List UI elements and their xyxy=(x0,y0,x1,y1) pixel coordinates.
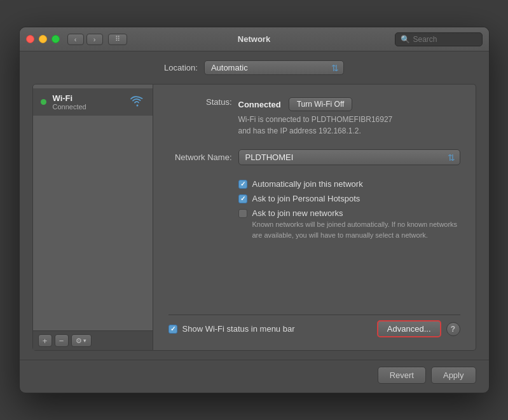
status-description: Wi-Fi is connected to PLDTHOMEFIBR16927a… xyxy=(238,114,460,137)
location-select-wrapper: Automatic ⇅ xyxy=(204,60,344,75)
content-area: Location: Automatic ⇅ Wi-Fi Connected xyxy=(20,51,489,360)
show-wifi-checkbox[interactable]: ✓ xyxy=(168,325,177,334)
sidebar-footer: + − ⚙ ▾ xyxy=(33,330,153,350)
checkbox-item-new-networks: Ask to join new networks Known networks … xyxy=(238,208,460,240)
location-select[interactable]: Automatic xyxy=(204,60,344,75)
checkbox-row-hotspots: ✓ Ask to join Personal Hotspots xyxy=(238,194,460,203)
show-wifi-row: ✓ Show Wi-Fi status in menu bar xyxy=(168,324,295,334)
search-input[interactable] xyxy=(413,35,477,44)
status-dot-icon xyxy=(41,99,46,105)
network-name-row: Network Name: PLDTHOMEI ⇅ xyxy=(168,149,460,165)
titlebar: ‹ › ⠿ Network 🔍 xyxy=(20,27,489,51)
new-networks-label: Ask to join new networks xyxy=(252,208,343,218)
location-row: Location: Automatic ⇅ xyxy=(32,60,476,75)
detail-panel: Status: Connected Turn Wi-Fi Off Wi-Fi i… xyxy=(153,84,476,351)
gear-icon: ⚙ xyxy=(76,337,82,345)
sidebar-list: Wi-Fi Connected xyxy=(33,85,153,119)
minimize-button[interactable] xyxy=(39,35,47,43)
gear-menu-button[interactable]: ⚙ ▾ xyxy=(71,334,92,347)
new-networks-checkbox[interactable] xyxy=(238,209,247,218)
sidebar-item-name: Wi-Fi xyxy=(53,93,86,103)
remove-network-button[interactable]: − xyxy=(55,334,69,347)
window-title: Network xyxy=(238,34,270,44)
search-bar[interactable]: 🔍 xyxy=(395,32,483,46)
auto-join-checkbox[interactable]: ✓ xyxy=(238,180,247,189)
network-window: ‹ › ⠿ Network 🔍 Location: Automatic ⇅ xyxy=(19,27,490,393)
network-name-select-wrapper: PLDTHOMEI ⇅ xyxy=(238,149,460,165)
network-name-select[interactable]: PLDTHOMEI xyxy=(238,149,460,165)
advanced-button[interactable]: Advanced... xyxy=(377,320,441,337)
status-value: Connected xyxy=(238,100,281,109)
network-name-label: Network Name: xyxy=(168,152,232,162)
grid-button[interactable]: ⠿ xyxy=(108,34,127,45)
checkbox-row-new-networks: Ask to join new networks xyxy=(238,208,460,218)
checkbox-group: ✓ Automatically join this network ✓ Ask … xyxy=(238,179,460,240)
sidebar-item-wifi[interactable]: Wi-Fi Connected xyxy=(33,88,153,116)
main-panel: Wi-Fi Connected xyxy=(32,84,476,351)
close-button[interactable] xyxy=(26,35,34,43)
status-row: Status: Connected Turn Wi-Fi Off Wi-Fi i… xyxy=(168,97,460,137)
sidebar: Wi-Fi Connected xyxy=(32,84,153,351)
status-label: Status: xyxy=(168,97,232,107)
checkmark-icon-2: ✓ xyxy=(240,196,245,202)
traffic-lights xyxy=(26,35,60,43)
bottom-buttons: Advanced... ? xyxy=(377,320,460,337)
revert-button[interactable]: Revert xyxy=(378,367,426,384)
add-network-button[interactable]: + xyxy=(38,334,52,347)
window-bottom: Revert Apply xyxy=(20,360,489,393)
wifi-signal-icon xyxy=(130,95,145,109)
new-networks-subtext: Known networks will be joined automatica… xyxy=(252,219,460,240)
bottom-bar: ✓ Show Wi-Fi status in menu bar Advanced… xyxy=(168,315,460,337)
back-button[interactable]: ‹ xyxy=(67,34,84,45)
status-top-line: Connected Turn Wi-Fi Off xyxy=(238,97,460,111)
chevron-down-icon: ▾ xyxy=(83,337,86,344)
checkbox-item-hotspots: ✓ Ask to join Personal Hotspots xyxy=(238,194,460,203)
fullscreen-button[interactable] xyxy=(51,35,60,43)
sidebar-item-info: Wi-Fi Connected xyxy=(53,93,86,111)
hotspots-checkbox[interactable]: ✓ xyxy=(238,194,247,203)
status-content: Connected Turn Wi-Fi Off Wi-Fi is connec… xyxy=(238,97,460,137)
forward-button[interactable]: › xyxy=(86,34,103,45)
checkbox-item-auto-join: ✓ Automatically join this network xyxy=(238,179,460,189)
turn-wifi-off-button[interactable]: Turn Wi-Fi Off xyxy=(289,97,353,111)
show-wifi-label: Show Wi-Fi status in menu bar xyxy=(182,324,295,334)
checkbox-row-auto-join: ✓ Automatically join this network xyxy=(238,179,460,189)
help-button[interactable]: ? xyxy=(446,322,460,336)
auto-join-label: Automatically join this network xyxy=(252,179,363,189)
hotspots-label: Ask to join Personal Hotspots xyxy=(252,194,360,203)
sidebar-item-status: Connected xyxy=(53,103,86,111)
search-icon: 🔍 xyxy=(401,35,410,44)
checkmark-icon-3: ✓ xyxy=(170,326,175,332)
checkmark-icon: ✓ xyxy=(240,181,245,187)
apply-button[interactable]: Apply xyxy=(431,367,476,384)
nav-buttons: ‹ › ⠿ xyxy=(67,34,127,45)
location-label: Location: xyxy=(164,63,198,72)
